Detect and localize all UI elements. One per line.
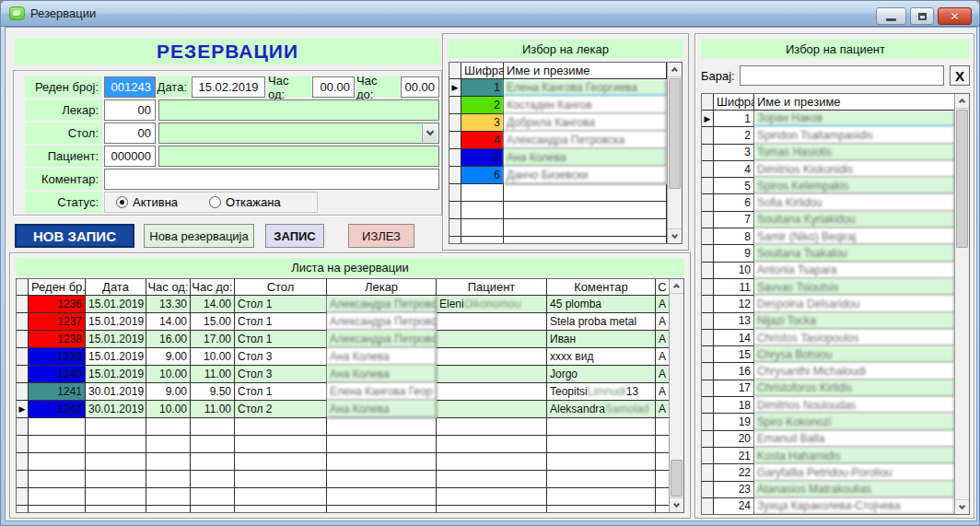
status-radio-aktivna[interactable]: Активна xyxy=(116,195,178,209)
doctor-empty-row[interactable] xyxy=(449,219,667,237)
patient-row[interactable]: ▶1Зоран Наков xyxy=(702,111,954,127)
doctor-row[interactable]: 6Данчо Бизевски xyxy=(449,167,667,184)
scroll-down-icon[interactable] xyxy=(955,499,969,514)
reservation-row[interactable]: 123715.01.201914.0015.00Стол 1Александра… xyxy=(17,313,669,331)
doctor-row[interactable]: 4Александра Петровска xyxy=(449,132,667,149)
reservation-row[interactable]: 124130.01.20199.009.50Стол 1Елена Кангов… xyxy=(17,383,669,401)
save-button[interactable]: ЗАПИС xyxy=(265,224,324,248)
patient-row[interactable]: 8Samir (Niko) Beqiraj xyxy=(702,228,954,245)
reservation-empty-row[interactable] xyxy=(17,471,669,488)
res-col-to: Час до: xyxy=(191,279,235,296)
maximize-icon xyxy=(918,13,927,20)
reservation-empty-row[interactable] xyxy=(17,418,669,436)
reservation-row[interactable]: 123815.01.201916.0017.00Стол 1Александра… xyxy=(17,331,669,348)
reservations-grid-scrollbar[interactable] xyxy=(669,279,683,512)
reservation-empty-row[interactable] xyxy=(17,436,669,453)
pacient-code-field[interactable]: 000000 xyxy=(104,146,156,167)
scroll-down-icon[interactable] xyxy=(668,228,682,243)
empty-cell xyxy=(86,488,146,506)
patient-row[interactable]: 15Chrysa Botsiou xyxy=(702,346,954,363)
row-marker xyxy=(702,431,714,448)
doctor-empty-row[interactable] xyxy=(449,184,667,202)
cas-do-field[interactable]: 00.00 xyxy=(401,76,439,98)
maximize-button[interactable] xyxy=(910,7,934,25)
reservation-empty-row[interactable] xyxy=(17,453,669,471)
new-reservation-button[interactable]: Нова резервација xyxy=(144,224,254,248)
komentar-label: Коментар: xyxy=(25,169,102,190)
doctor-row[interactable]: 5Ана Колева xyxy=(449,149,667,167)
patient-grid-scrollbar[interactable] xyxy=(954,94,969,514)
patient-row[interactable]: 3Tomas Hasiotis xyxy=(702,145,954,161)
patient-row[interactable]: 9Soultana Tsakalou xyxy=(702,245,954,262)
title-bar[interactable]: Резервации ✕ xyxy=(1,1,979,27)
reservation-empty-row[interactable] xyxy=(17,488,669,506)
stol-code-field[interactable]: 00 xyxy=(104,123,156,144)
komentar-field[interactable] xyxy=(104,169,439,190)
clear-search-button[interactable]: X xyxy=(950,65,970,86)
patient-row[interactable]: 17Christoforos Kirlidis xyxy=(702,380,954,397)
patient-row[interactable]: 7Soultana Kyriakidou xyxy=(702,212,954,228)
stol-combo-arrow[interactable] xyxy=(422,124,438,142)
patient-row[interactable]: 24Зуица Караколева-Стојчева xyxy=(702,498,954,514)
patient-row[interactable]: 11Savvas Tsioutsis xyxy=(702,279,954,296)
patient-row[interactable]: 22Garyfallia Petridou-Poroliou xyxy=(702,464,954,481)
patient-row[interactable]: 16Chrysanthi Michaloudi xyxy=(702,363,954,380)
close-button[interactable]: ✕ xyxy=(938,7,972,25)
patient-row[interactable]: 19Spiro Kokonozi xyxy=(702,414,954,430)
scroll-thumb[interactable] xyxy=(671,460,682,497)
reservation-row[interactable]: 123915.01.20199.0010.00Стол 3Ана Колеваx… xyxy=(17,348,669,366)
scroll-down-icon[interactable] xyxy=(670,497,683,512)
patient-row[interactable]: 2Spiridon Tsaltampasidis xyxy=(702,127,954,144)
scroll-thumb[interactable] xyxy=(669,78,681,189)
doctor-row[interactable]: 2Костадин Кангов xyxy=(449,97,667,114)
doctor-row[interactable]: 3Добрила Кангова xyxy=(449,114,667,132)
scroll-up-icon[interactable] xyxy=(955,94,969,109)
res-from-cell: 14.00 xyxy=(146,313,191,331)
res-from-cell: 9.00 xyxy=(146,383,191,401)
scroll-up-icon[interactable] xyxy=(668,63,682,77)
status-radio-otkazana[interactable]: Откажана xyxy=(209,195,281,209)
res-to-cell: 14.00 xyxy=(191,296,235,313)
patient-row[interactable]: 18Dimitrios Nouloudas xyxy=(702,397,954,414)
doctor-grid-scrollbar[interactable] xyxy=(667,63,682,243)
doctor-empty-row[interactable] xyxy=(449,237,667,243)
reden-broj-field[interactable]: 001243 xyxy=(104,76,156,98)
patient-row[interactable]: 23Atanasios Matrakoulias xyxy=(702,482,954,498)
patient-row[interactable]: 10Antonia Tsapara xyxy=(702,263,954,279)
lekar-code-field[interactable]: 00 xyxy=(104,99,156,121)
patient-row[interactable]: 6Sofia Kirlidou xyxy=(702,194,954,211)
patient-code-cell: 18 xyxy=(714,397,754,414)
data-field[interactable]: 15.02.2019 xyxy=(192,76,265,98)
doctor-row[interactable]: ▶1Елена Кангова Георгиева xyxy=(449,79,667,97)
exit-button[interactable]: ИЗЛЕЗ xyxy=(348,224,414,248)
search-input[interactable] xyxy=(740,65,944,86)
reservation-row[interactable]: ▶124230.01.201910.0011.00Стол 2Ана Колев… xyxy=(17,401,669,418)
patient-row[interactable]: 5Spiros Kelempakis xyxy=(702,178,954,194)
res-chair-cell: Стол 3 xyxy=(235,366,327,383)
scroll-thumb[interactable] xyxy=(956,110,968,248)
reservation-empty-row[interactable] xyxy=(17,506,669,512)
cas-od-field[interactable]: 00.00 xyxy=(312,76,355,98)
patient-row[interactable]: 21Kosta Hahamidis xyxy=(702,448,954,464)
patient-row[interactable]: 4Dimitrios Kiskonidis xyxy=(702,161,954,178)
res-date-cell: 15.01.2019 xyxy=(86,296,146,313)
scroll-up-icon[interactable] xyxy=(670,279,683,294)
minimize-button[interactable] xyxy=(876,7,906,25)
patient-row[interactable]: 12Despoina Delsaridou xyxy=(702,296,954,312)
reservation-row[interactable]: 123615.01.201913.3014.00Стол 1Александра… xyxy=(17,296,669,313)
stol-combo[interactable] xyxy=(158,123,439,144)
row-marker xyxy=(702,380,714,397)
row-marker xyxy=(17,296,29,313)
doctor-name-cell: Добрила Кангова xyxy=(504,114,667,132)
new-record-button[interactable]: НОВ ЗАПИС xyxy=(15,224,134,248)
patient-row[interactable]: 14Christos Tasiopoulos xyxy=(702,330,954,346)
patient-row[interactable]: 13Nijazi Tocka xyxy=(702,313,954,330)
doctor-empty-row[interactable] xyxy=(449,202,667,219)
row-marker xyxy=(702,279,714,296)
res-comment-cell: Stela proba metal xyxy=(547,313,656,331)
reservation-row[interactable]: 124015.01.201910.0011.00Стол 3Ана Колева… xyxy=(17,366,669,383)
empty-cell xyxy=(191,436,235,453)
patient-row[interactable]: 20Emanuil Balla xyxy=(702,431,954,448)
row-marker xyxy=(702,330,714,346)
empty-cell xyxy=(191,506,235,512)
